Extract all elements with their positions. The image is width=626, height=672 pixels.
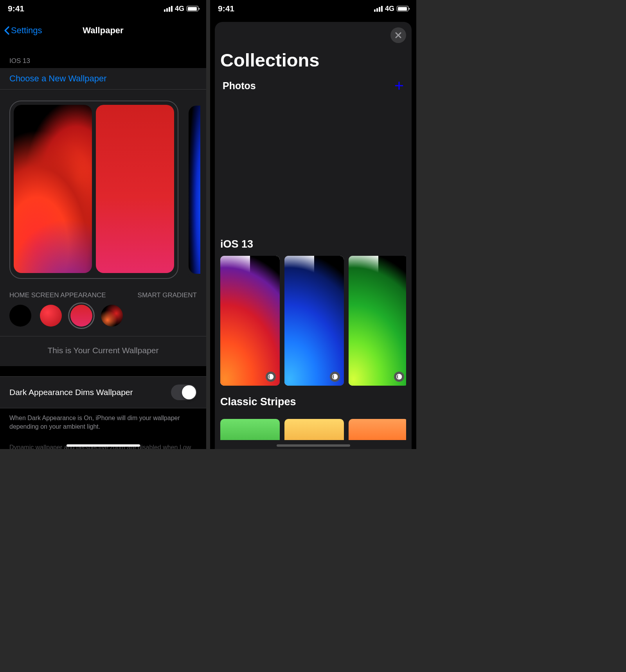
phone-collections: 9:41 4G Collections Photos	[210, 0, 416, 449]
footer-note-2: Dynamic wallpaper and perspective zoom a…	[0, 436, 206, 449]
collections-sheet: Collections Photos iOS 13	[215, 22, 412, 449]
home-screen-preview	[96, 105, 174, 273]
swatch-wallpaper-blob[interactable]	[101, 305, 123, 327]
back-button[interactable]: Settings	[4, 25, 42, 36]
section-header: IOS 13	[0, 44, 206, 68]
photos-label: Photos	[223, 80, 256, 92]
back-label: Settings	[11, 25, 42, 36]
home-indicator[interactable]	[277, 444, 350, 447]
toggle-knob	[182, 385, 196, 399]
photos-row: Photos	[220, 79, 406, 93]
stripe-thumb-yellow[interactable]	[284, 419, 344, 440]
choose-wallpaper-link[interactable]: Choose a New Wallpaper	[0, 68, 206, 90]
wallpaper-preview-carousel[interactable]	[0, 90, 206, 287]
toggle-label: Dark Appearance Dims Wallpaper	[9, 388, 133, 397]
collections-title: Collections	[220, 22, 406, 79]
ios13-section-label: iOS 13	[220, 230, 406, 256]
classic-stripes-label: Classic Stripes	[220, 386, 406, 413]
page-title: Wallpaper	[83, 25, 123, 36]
dynamic-badge	[266, 372, 276, 382]
home-screen-appearance-row: HOME SCREEN APPEARANCE SMART GRADIENT	[0, 287, 206, 305]
plus-icon	[394, 81, 404, 90]
dynamic-badge	[394, 372, 404, 382]
close-button[interactable]	[390, 27, 406, 43]
dynamic-icon	[332, 374, 338, 380]
home-indicator[interactable]	[67, 444, 140, 447]
wallpaper-thumb-blue[interactable]	[284, 256, 344, 386]
swatch-red-gradient[interactable]	[70, 305, 92, 327]
dark-dims-wallpaper-row: Dark Appearance Dims Wallpaper	[0, 376, 206, 408]
add-photo-button[interactable]	[394, 79, 404, 93]
current-wallpaper-note: This is Your Current Wallpaper	[0, 336, 206, 366]
dynamic-icon	[396, 374, 402, 380]
stripe-thumb-orange[interactable]	[349, 419, 406, 440]
lock-screen-preview-next	[189, 106, 200, 274]
status-network: 4G	[175, 5, 184, 13]
wallpaper-thumb-red[interactable]	[220, 256, 280, 386]
status-bar: 9:41 4G	[210, 0, 416, 17]
battery-icon	[397, 6, 408, 11]
dynamic-icon	[268, 374, 274, 380]
status-network: 4G	[385, 5, 394, 13]
stripe-thumb-green[interactable]	[220, 419, 280, 440]
status-bar: 9:41 4G	[0, 0, 206, 17]
dark-dims-wallpaper-toggle[interactable]	[171, 385, 197, 400]
status-time: 9:41	[218, 4, 234, 13]
photos-empty-area[interactable]	[220, 93, 406, 230]
classic-stripes-thumbs[interactable]	[220, 419, 406, 440]
hsa-label: HOME SCREEN APPEARANCE	[9, 291, 106, 299]
ios13-thumbs[interactable]	[220, 256, 406, 386]
signal-icon	[164, 6, 173, 12]
wallpaper-preview-pair-selected[interactable]	[9, 101, 178, 279]
appearance-swatches	[0, 305, 206, 336]
choose-wallpaper-label: Choose a New Wallpaper	[9, 74, 107, 83]
wallpaper-thumb-green[interactable]	[349, 256, 406, 386]
chevron-left-icon	[4, 26, 9, 35]
nav-bar: Settings Wallpaper	[0, 17, 206, 44]
lock-screen-preview	[14, 105, 92, 273]
wallpaper-preview-pair-next[interactable]	[188, 101, 201, 279]
swatch-black[interactable]	[9, 305, 31, 327]
status-time: 9:41	[8, 4, 24, 13]
close-icon	[395, 32, 402, 39]
swatch-red[interactable]	[40, 305, 62, 327]
dynamic-badge	[330, 372, 340, 382]
phone-wallpaper-settings: 9:41 4G Settings Wallpaper IOS 13 Choose…	[0, 0, 206, 449]
signal-icon	[374, 6, 383, 12]
battery-icon	[187, 6, 198, 11]
footer-note-1: When Dark Appearance is On, iPhone will …	[0, 408, 206, 436]
smart-gradient-label: SMART GRADIENT	[138, 291, 197, 299]
